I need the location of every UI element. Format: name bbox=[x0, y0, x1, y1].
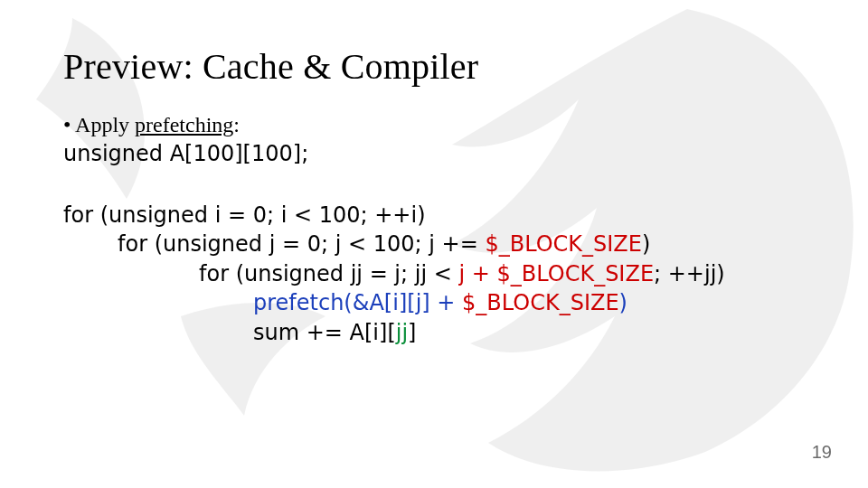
code-highlight-prefetch-close: ) bbox=[619, 290, 627, 315]
code-text: for (unsigned j = 0; j < 100; j += bbox=[118, 231, 485, 257]
code-highlight-block-size: $_BLOCK_SIZE bbox=[462, 290, 619, 315]
code-highlight-prefetch: prefetch(&A[i][j] + bbox=[253, 290, 462, 315]
code-text: sum += A[i][ bbox=[253, 320, 396, 345]
code-highlight-block-size: $_BLOCK_SIZE bbox=[485, 231, 642, 257]
code-text: ) bbox=[642, 231, 650, 257]
bullet-text-suffix: : bbox=[233, 113, 240, 136]
code-block: for (unsigned i = 0; i < 100; ++i) for (… bbox=[63, 201, 805, 347]
code-text: for (unsigned jj = j; jj < bbox=[199, 261, 458, 286]
bullet-text-prefix: • Apply bbox=[63, 113, 135, 136]
slide-title: Preview: Cache & Compiler bbox=[63, 45, 805, 88]
code-text: ] bbox=[408, 320, 416, 345]
bullet-key-term: prefetching bbox=[135, 113, 233, 136]
code-text: ; ++jj) bbox=[654, 261, 725, 286]
code-line-sum: sum += A[i][jj] bbox=[63, 318, 805, 347]
code-line-middle-loop: for (unsigned j = 0; j < 100; j += $_BLO… bbox=[63, 230, 805, 258]
code-highlight-jj: jj bbox=[396, 320, 408, 345]
code-highlight-bound: j + $_BLOCK_SIZE bbox=[458, 261, 654, 286]
array-declaration: unsigned A[100][100]; bbox=[63, 141, 805, 166]
bullet-apply-prefetching: • Apply prefetching: bbox=[63, 113, 805, 137]
code-line-inner-loop: for (unsigned jj = j; jj < j + $_BLOCK_S… bbox=[63, 259, 805, 288]
code-line-outer-loop: for (unsigned i = 0; i < 100; ++i) bbox=[63, 201, 805, 230]
slide-body: Preview: Cache & Compiler • Apply prefet… bbox=[0, 0, 868, 488]
code-line-prefetch: prefetch(&A[i][j] + $_BLOCK_SIZE) bbox=[63, 288, 805, 317]
page-number: 19 bbox=[812, 442, 832, 463]
